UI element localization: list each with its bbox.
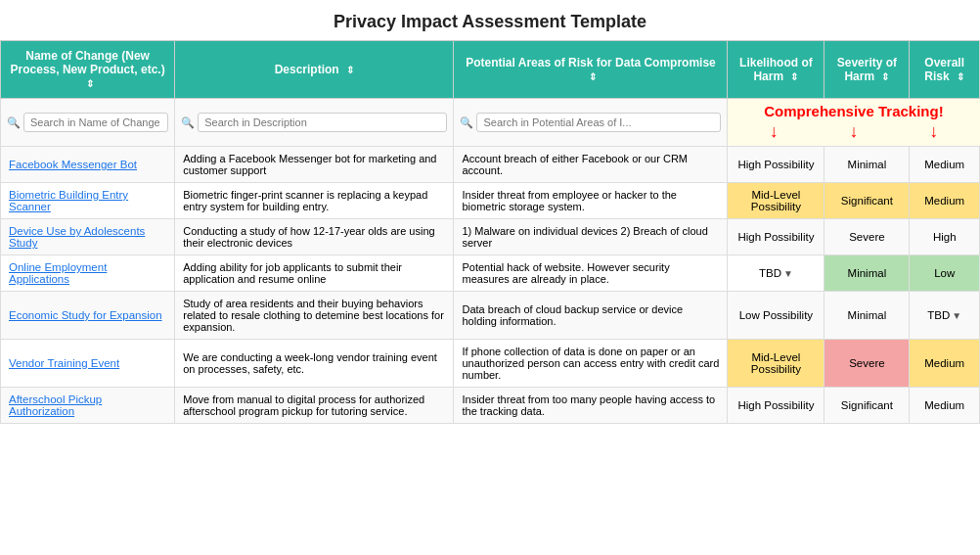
cell-potential: Insider threat from too many people havi… <box>454 388 728 424</box>
cell-overall: Medium <box>910 183 980 219</box>
cell-name[interactable]: Facebook Messenger Bot <box>1 147 175 183</box>
cell-overall: High <box>910 219 980 255</box>
column-header-potential[interactable]: Potential Areas of Risk for Data Comprom… <box>454 41 728 99</box>
overall-dropdown[interactable]: TBD ▼ <box>913 309 975 321</box>
cell-severity: Minimal <box>824 147 910 183</box>
cell-likelihood: Mid-Level Possibility <box>728 183 824 219</box>
search-row: 🔍🔍🔍Comprehensive Tracking!↓↓↓ <box>1 99 980 147</box>
sort-icon[interactable]: ⇕ <box>881 71 889 82</box>
column-header-description[interactable]: Description ⇕ <box>175 41 454 99</box>
cell-description: Adding ability for job applicants to sub… <box>175 255 454 292</box>
cell-description: Conducting a study of how 12-17-year old… <box>175 219 454 255</box>
search-cell-potential: 🔍 <box>454 99 728 147</box>
cell-severity: Minimal <box>824 255 910 292</box>
cell-severity: Minimal <box>824 292 910 340</box>
table-row: Vendor Training EventWe are conducting a… <box>1 340 980 388</box>
cell-potential: Account breach of either Facebook or our… <box>454 147 728 183</box>
table-row: Device Use by Adolescents StudyConductin… <box>1 219 980 255</box>
search-input-potential[interactable] <box>476 113 721 132</box>
column-header-name[interactable]: Name of Change (New Process, New Product… <box>1 41 175 99</box>
cell-overall: Medium <box>910 340 980 388</box>
dropdown-arrow-icon[interactable]: ▼ <box>783 268 793 279</box>
cell-description: Study of area residents and their buying… <box>175 292 454 340</box>
search-cell-description: 🔍 <box>175 99 454 147</box>
likelihood-dropdown[interactable]: TBD ▼ <box>732 267 820 279</box>
table-row: Biometric Building Entry ScannerBiometri… <box>1 183 980 219</box>
cell-severity: Significant <box>824 388 910 424</box>
cell-description: Move from manual to digital process for … <box>175 388 454 424</box>
cell-name[interactable]: Online Employment Applications <box>1 255 175 292</box>
cell-potential: 1) Malware on individual devices 2) Brea… <box>454 219 728 255</box>
cell-description: Biometric finger-print scanner is replac… <box>175 183 454 219</box>
search-input-description[interactable] <box>198 113 447 132</box>
cell-name[interactable]: Biometric Building Entry Scanner <box>1 183 175 219</box>
cell-potential: If phone collection of data is done on p… <box>454 340 728 388</box>
cell-name[interactable]: Vendor Training Event <box>1 340 175 388</box>
search-icon: 🔍 <box>460 116 473 129</box>
search-icon: 🔍 <box>181 116 195 129</box>
cell-likelihood[interactable]: TBD ▼ <box>728 255 824 292</box>
cell-likelihood: High Possibility <box>728 219 824 255</box>
column-header-overall[interactable]: Overall Risk ⇕ <box>910 41 980 99</box>
annotation-arrow: ↓ <box>770 121 779 142</box>
search-icon: 🔍 <box>7 116 21 129</box>
column-header-severity[interactable]: Severity of Harm ⇕ <box>824 41 910 99</box>
dropdown-arrow-icon[interactable]: ▼ <box>952 310 961 321</box>
cell-likelihood: High Possibility <box>728 388 824 424</box>
cell-name[interactable]: Economic Study for Expansion <box>1 292 175 340</box>
sort-icon[interactable]: ⇕ <box>86 78 94 89</box>
sort-icon[interactable]: ⇕ <box>346 65 354 75</box>
cell-potential: Insider threat from employee or hacker t… <box>454 183 728 219</box>
cell-overall: Low <box>910 255 980 292</box>
sort-icon[interactable]: ⇕ <box>589 71 597 82</box>
page-title: Privacy Impact Assessment Template <box>0 0 980 40</box>
annotation-arrow: ↓ <box>929 121 938 142</box>
search-input-name[interactable] <box>23 113 168 132</box>
annotation-arrow: ↓ <box>849 121 858 142</box>
table-row: Online Employment ApplicationsAdding abi… <box>1 255 980 292</box>
cell-overall: Medium <box>910 388 980 424</box>
sort-icon[interactable]: ⇕ <box>957 71 964 82</box>
table-row: Facebook Messenger BotAdding a Facebook … <box>1 147 980 183</box>
cell-likelihood: Low Possibility <box>728 292 824 340</box>
cell-likelihood: Mid-Level Possibility <box>728 340 824 388</box>
cell-potential: Data breach of cloud backup service or d… <box>454 292 728 340</box>
cell-severity: Significant <box>824 183 910 219</box>
column-header-likelihood[interactable]: Likelihood of Harm ⇕ <box>728 41 824 99</box>
cell-likelihood: High Possibility <box>728 147 824 183</box>
cell-overall[interactable]: TBD ▼ <box>910 292 980 340</box>
sort-icon[interactable]: ⇕ <box>790 71 798 82</box>
cell-description: Adding a Facebook Messenger bot for mark… <box>175 147 454 183</box>
search-cell-likelihood: Comprehensive Tracking!↓↓↓ <box>728 99 980 147</box>
cell-overall: Medium <box>910 147 980 183</box>
table-row: Afterschool Pickup AuthorizationMove fro… <box>1 388 980 424</box>
cell-name[interactable]: Device Use by Adolescents Study <box>1 219 175 255</box>
cell-severity: Severe <box>824 340 910 388</box>
cell-severity: Severe <box>824 219 910 255</box>
tracking-label: Comprehensive Tracking! <box>734 103 973 119</box>
cell-description: We are conducting a week-long vendor tra… <box>175 340 454 388</box>
table-row: Economic Study for ExpansionStudy of are… <box>1 292 980 340</box>
cell-potential: Potential hack of website. However secur… <box>454 255 728 292</box>
cell-name[interactable]: Afterschool Pickup Authorization <box>1 388 175 424</box>
search-cell-name: 🔍 <box>1 99 175 147</box>
